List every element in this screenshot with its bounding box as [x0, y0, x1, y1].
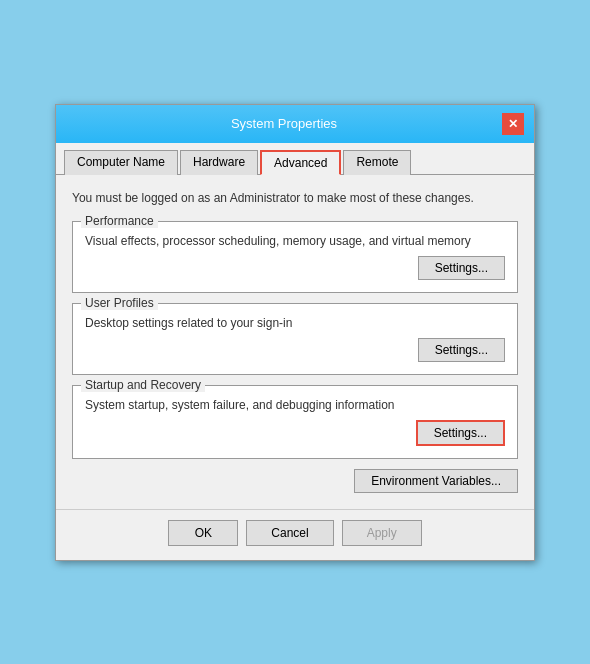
performance-footer: Settings...	[85, 256, 505, 280]
close-button[interactable]: ✕	[502, 113, 524, 135]
performance-description: Visual effects, processor scheduling, me…	[85, 234, 505, 248]
user-profiles-settings-button[interactable]: Settings...	[418, 338, 505, 362]
tab-hardware[interactable]: Hardware	[180, 150, 258, 175]
main-content: You must be logged on as an Administrato…	[56, 175, 534, 509]
tab-advanced[interactable]: Advanced	[260, 150, 341, 175]
dialog-title: System Properties	[66, 116, 502, 131]
tab-remote[interactable]: Remote	[343, 150, 411, 175]
user-profiles-section: User Profiles Desktop settings related t…	[72, 303, 518, 375]
user-profiles-section-title: User Profiles	[81, 296, 158, 310]
tab-bar: Computer Name Hardware Advanced Remote	[56, 143, 534, 175]
apply-button[interactable]: Apply	[342, 520, 422, 546]
startup-recovery-footer: Settings...	[85, 420, 505, 446]
environment-variables-button[interactable]: Environment Variables...	[354, 469, 518, 493]
button-bar: OK Cancel Apply	[56, 509, 534, 560]
user-profiles-footer: Settings...	[85, 338, 505, 362]
performance-section: Performance Visual effects, processor sc…	[72, 221, 518, 293]
startup-recovery-section-title: Startup and Recovery	[81, 378, 205, 392]
admin-notice: You must be logged on as an Administrato…	[72, 187, 518, 209]
environment-variables-row: Environment Variables...	[72, 469, 518, 493]
tab-computer-name[interactable]: Computer Name	[64, 150, 178, 175]
ok-button[interactable]: OK	[168, 520, 238, 546]
startup-recovery-section: Startup and Recovery System startup, sys…	[72, 385, 518, 459]
system-properties-dialog: System Properties ✕ Computer Name Hardwa…	[55, 104, 535, 561]
performance-section-title: Performance	[81, 214, 158, 228]
title-bar: System Properties ✕	[56, 105, 534, 143]
startup-recovery-description: System startup, system failure, and debu…	[85, 398, 505, 412]
user-profiles-description: Desktop settings related to your sign-in	[85, 316, 505, 330]
cancel-button[interactable]: Cancel	[246, 520, 333, 546]
performance-settings-button[interactable]: Settings...	[418, 256, 505, 280]
startup-recovery-settings-button[interactable]: Settings...	[416, 420, 505, 446]
